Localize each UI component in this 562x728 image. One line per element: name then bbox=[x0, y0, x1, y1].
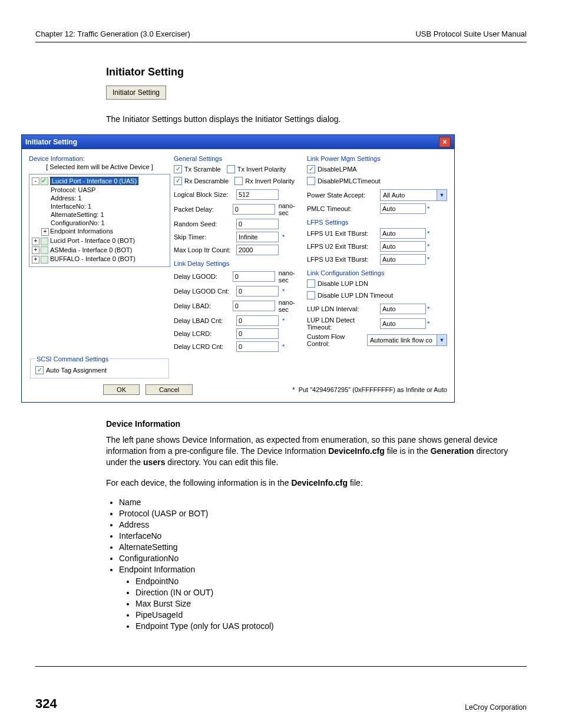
pmlc-timeout-input[interactable] bbox=[380, 203, 426, 214]
max-loop-itr-input[interactable] bbox=[236, 245, 279, 255]
delay-lcrd-label: Delay LCRD: bbox=[174, 330, 233, 337]
random-seed-label: Random Seed: bbox=[174, 220, 233, 228]
star-icon: * bbox=[282, 233, 285, 241]
footer-rule bbox=[35, 666, 527, 667]
tx-scramble-checkbox[interactable]: ✓Tx Scramble bbox=[174, 165, 221, 173]
cancel-button[interactable]: Cancel bbox=[146, 384, 193, 395]
power-state-accept-combo[interactable]: All Auto▼ bbox=[380, 189, 447, 201]
auto-tag-assignment-checkbox[interactable]: ✓Auto Tag Assignment bbox=[35, 366, 107, 374]
delay-lbad-cnt-input[interactable] bbox=[236, 315, 279, 326]
device-info-paragraph-1: The left pane shows Device Information, … bbox=[106, 434, 527, 468]
delay-lcrd-cnt-label: Delay LCRD Cnt: bbox=[174, 343, 233, 350]
tree-leaf: InterfaceNo: 1 bbox=[32, 202, 167, 210]
header-rule bbox=[35, 42, 527, 42]
list-item: Protocol (UASP or BOT) bbox=[119, 509, 527, 518]
tree-leaf: Protocol: UASP bbox=[32, 186, 167, 194]
lfps-u3-label: LFPS U3 Exit TBurst: bbox=[307, 256, 376, 263]
delay-lcrd-cnt-input[interactable] bbox=[236, 341, 279, 352]
disable-lpma-checkbox[interactable]: ✓DisableLPMA bbox=[307, 165, 357, 173]
tree-expand-icon[interactable]: + bbox=[41, 228, 49, 236]
lfps-settings-title: LFPS Settings bbox=[307, 219, 447, 226]
page-number: 324 bbox=[35, 696, 57, 711]
lfps-u2-input[interactable] bbox=[380, 241, 426, 252]
custom-flow-control-combo[interactable]: Automatic link flow co▼ bbox=[367, 334, 447, 346]
tree-node[interactable]: Lucid Port - Interface 0 (BOT) bbox=[50, 237, 135, 244]
delay-lgood-input[interactable] bbox=[233, 271, 275, 282]
star-icon: * bbox=[427, 243, 429, 250]
logical-block-size-input[interactable] bbox=[236, 189, 279, 200]
initiator-setting-button-image: Initiator Setting bbox=[106, 85, 166, 100]
delay-lcrd-input[interactable] bbox=[236, 328, 279, 339]
device-tree[interactable]: -Lucid Port - Interface 0 (UAS) Protocol… bbox=[29, 174, 170, 267]
star-icon: * bbox=[282, 288, 285, 295]
tree-leaf: AlternateSetting: 1 bbox=[32, 210, 167, 219]
star-icon: * bbox=[282, 343, 285, 350]
device-info-note: [ Selected item will be Active Device ] bbox=[29, 163, 170, 170]
scsi-command-settings-group: SCSI Command Settings ✓Auto Tag Assignme… bbox=[30, 355, 169, 378]
unit-label: nano-sec bbox=[279, 269, 303, 284]
skip-timer-input[interactable] bbox=[236, 232, 279, 242]
tx-invert-polarity-checkbox[interactable]: Tx Invert Polarity bbox=[227, 165, 286, 173]
packet-delay-label: Packet Delay: bbox=[174, 206, 229, 213]
list-item: Name bbox=[119, 498, 527, 507]
lup-ldn-detect-timeout-input[interactable] bbox=[380, 318, 426, 329]
list-item: ConfigurationNo bbox=[119, 554, 527, 563]
skip-timer-label: Skip Timer: bbox=[174, 233, 233, 241]
tree-checkbox[interactable] bbox=[41, 246, 48, 254]
chevron-down-icon[interactable]: ▼ bbox=[437, 335, 447, 345]
tree-leaf[interactable]: Endpoint Informations bbox=[50, 228, 113, 235]
device-info-paragraph-2: For each device, the following informati… bbox=[106, 477, 527, 489]
delay-lgood-cnt-label: Delay LGOOD Cnt: bbox=[174, 288, 233, 295]
link-config-settings-title: Link Configuration Settings bbox=[307, 269, 447, 276]
chevron-down-icon[interactable]: ▼ bbox=[437, 190, 447, 200]
tree-node[interactable]: ASMedia - Interface 0 (BOT) bbox=[50, 246, 132, 253]
star-icon: * bbox=[427, 256, 429, 263]
delay-lbad-input[interactable] bbox=[233, 301, 275, 311]
tree-expand-icon[interactable]: + bbox=[32, 238, 39, 245]
lfps-u1-label: LFPS U1 Exit TBurst: bbox=[307, 230, 376, 237]
tree-collapse-icon[interactable]: - bbox=[32, 177, 39, 185]
star-icon: * bbox=[282, 317, 285, 324]
list-item: AlternateSetting bbox=[119, 542, 527, 552]
random-seed-input[interactable] bbox=[236, 219, 279, 229]
list-item: PipeUsageId bbox=[135, 610, 527, 620]
close-icon[interactable]: × bbox=[439, 137, 451, 147]
lfps-u2-label: LFPS U2 Exit TBurst: bbox=[307, 243, 376, 250]
tree-node[interactable]: Lucid Port - Interface 0 (UAS) bbox=[50, 177, 138, 185]
tree-expand-icon[interactable]: + bbox=[32, 246, 39, 254]
tree-checkbox[interactable] bbox=[41, 256, 48, 263]
disable-pmlc-timeout-checkbox[interactable]: DisablePMLCTimeout bbox=[307, 177, 381, 185]
lup-ldn-interval-label: LUP LDN Interval: bbox=[307, 305, 376, 312]
logical-block-size-label: Logical Block Size: bbox=[174, 191, 233, 198]
dialog-titlebar: Initiator Setting × bbox=[22, 135, 454, 149]
device-info-panel: Device Information: [ Selected item will… bbox=[29, 155, 170, 378]
packet-delay-input[interactable] bbox=[233, 204, 275, 215]
tree-expand-icon[interactable]: + bbox=[32, 256, 39, 263]
lfps-u1-input[interactable] bbox=[380, 228, 426, 239]
lup-ldn-interval-input[interactable] bbox=[380, 304, 426, 314]
link-power-mgm-title: Link Power Mgm Settings bbox=[307, 155, 447, 162]
disable-lup-ldn-timeout-checkbox[interactable]: Disable LUP LDN Timeout bbox=[307, 291, 393, 299]
list-item: Direction (IN or OUT) bbox=[135, 588, 527, 597]
rx-invert-polarity-checkbox[interactable]: Rx Invert Polarity bbox=[234, 177, 295, 185]
delay-lbad-label: Delay LBAD: bbox=[174, 302, 229, 309]
delay-lgood-label: Delay LGOOD: bbox=[174, 273, 229, 280]
delay-lgood-cnt-input[interactable] bbox=[236, 286, 279, 297]
tree-checkbox[interactable] bbox=[41, 177, 48, 185]
header-right: USB Protocol Suite User Manual bbox=[415, 29, 527, 38]
device-info-bullets: Name Protocol (UASP or BOT) Address Inte… bbox=[106, 498, 527, 631]
general-settings-panel: General Settings ✓Tx Scramble Tx Invert … bbox=[174, 155, 303, 378]
device-info-title: Device Information: bbox=[29, 155, 170, 162]
tree-leaf: ConfigurationNo: 1 bbox=[32, 219, 167, 227]
header-left: Chapter 12: Traffic Generation (3.0 Exer… bbox=[35, 29, 190, 38]
tree-node[interactable]: BUFFALO - Interface 0 (BOT) bbox=[50, 255, 135, 262]
list-item: Address bbox=[119, 520, 527, 529]
star-icon: * bbox=[427, 230, 429, 237]
disable-lup-ldn-checkbox[interactable]: Disable LUP LDN bbox=[307, 279, 368, 288]
lfps-u3-input[interactable] bbox=[380, 254, 426, 265]
unit-label: nano-sec bbox=[279, 299, 303, 313]
unit-label: nano-sec bbox=[279, 202, 303, 216]
ok-button[interactable]: OK bbox=[103, 384, 140, 395]
tree-checkbox[interactable] bbox=[41, 238, 48, 245]
rx-descramble-checkbox[interactable]: ✓Rx Descramble bbox=[174, 177, 229, 185]
